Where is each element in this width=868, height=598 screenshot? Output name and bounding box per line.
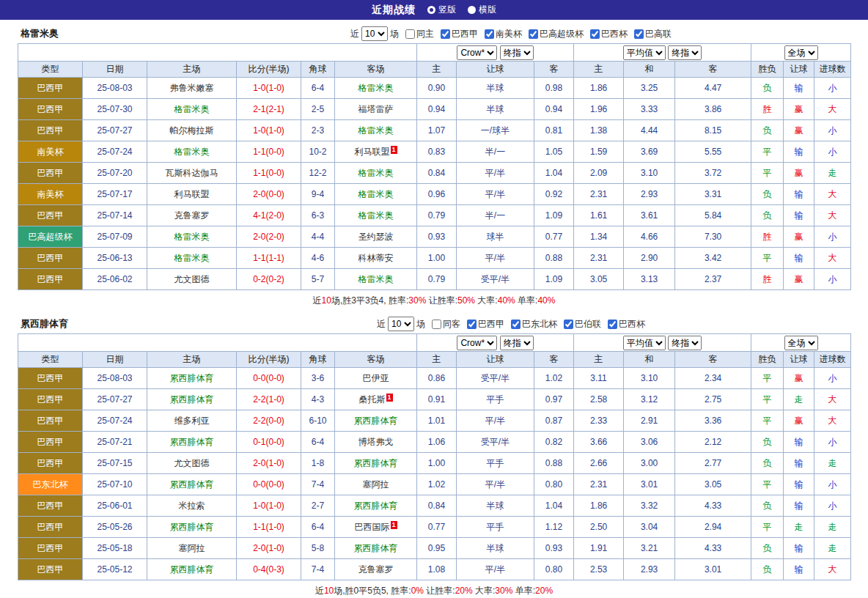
league-checkbox-input[interactable] (564, 320, 573, 329)
home-team[interactable]: 累西腓体育 (170, 564, 214, 575)
league-checkbox-input[interactable] (511, 320, 521, 329)
asia-home-odds: 1.08 (417, 559, 457, 580)
view-option-vertical[interactable]: 竖版 (427, 4, 456, 16)
home-team[interactable]: 塞阿拉 (179, 543, 205, 553)
asia-away-odds: 0.81 (534, 120, 574, 141)
europe-stage-select[interactable]: 终指 (668, 45, 702, 60)
europe-stage-select[interactable]: 终指 (668, 336, 702, 350)
asia-stage-select[interactable]: 终指 (500, 336, 534, 350)
scope-select[interactable]: 全场 (784, 336, 818, 350)
match-row: 巴高超级杯25-07-09格雷米奥2-0(2-0)4-4圣约瑟波0.93球半0.… (18, 226, 851, 248)
bookmaker-select[interactable]: Crow* (457, 336, 497, 350)
league-checkbox-input[interactable] (608, 320, 617, 329)
europe-home-odds: 1.34 (574, 226, 624, 248)
away-team[interactable]: 格雷米奥 (358, 168, 394, 178)
away-team[interactable]: 累西腓体育 (354, 458, 398, 468)
league-type-cell: 巴西甲 (18, 205, 83, 226)
score-cell: 1-0(1-0) (237, 78, 301, 99)
recent-count-select[interactable]: 10 (388, 317, 414, 331)
league-checkbox-input[interactable] (590, 29, 600, 39)
result-wdl: 平 (751, 368, 784, 389)
same-venue-checkbox-input[interactable] (432, 320, 441, 329)
league-checkbox-input[interactable] (485, 29, 494, 39)
home-team[interactable]: 尤文图德 (174, 274, 210, 284)
league-type-cell: 巴西甲 (18, 78, 83, 99)
away-team[interactable]: 格雷米奥 (358, 83, 394, 93)
same-venue-checkbox-input[interactable] (405, 29, 415, 39)
asia-stage-select[interactable]: 终指 (500, 45, 534, 60)
corner-cell: 3-6 (301, 368, 335, 389)
league-checkbox[interactable]: 巴西杯 (608, 318, 645, 331)
league-checkbox[interactable]: 巴高超级杯 (529, 28, 584, 40)
home-team[interactable]: 米拉索 (179, 501, 205, 511)
home-team[interactable]: 格雷米奥 (174, 104, 210, 114)
controls-row: Crow* 终指 平均值 终指 全场 (18, 44, 851, 62)
away-team[interactable]: 克鲁塞罗 (358, 564, 394, 575)
league-checkbox-input[interactable] (441, 29, 450, 39)
home-team[interactable]: 克鲁塞罗 (174, 210, 210, 221)
league-checkbox[interactable]: 巴东北杯 (511, 318, 557, 331)
league-type-cell: 巴西甲 (18, 99, 83, 120)
result-handicap: 赢 (784, 163, 814, 184)
europe-home-odds: 1.59 (574, 141, 624, 163)
home-team[interactable]: 累西腓体育 (170, 394, 214, 405)
recent-count-select[interactable]: 10 (361, 26, 388, 41)
away-team[interactable]: 圣约瑟波 (358, 232, 394, 242)
home-team[interactable]: 格雷米奥 (174, 253, 210, 263)
away-team[interactable]: 塞阿拉 (363, 479, 389, 490)
league-checkbox[interactable]: 巴高联 (634, 28, 672, 40)
radio-unselected-icon[interactable] (468, 6, 476, 14)
league-checkbox[interactable]: 巴西甲 (441, 28, 478, 40)
league-checkbox-input[interactable] (467, 320, 477, 329)
home-team[interactable]: 累西腓体育 (170, 522, 214, 532)
europe-source-select[interactable]: 平均值 (623, 336, 666, 350)
away-team[interactable]: 格雷米奥 (358, 125, 394, 136)
home-team[interactable]: 瓦斯科达伽马 (166, 168, 218, 178)
controls-row: Crow* 终指 平均值 终指 全场 (18, 334, 851, 352)
result-handicap: 输 (784, 559, 814, 580)
radio-selected-icon[interactable] (427, 6, 435, 14)
view-option-horizontal[interactable]: 横版 (468, 4, 496, 16)
away-team[interactable]: 科林蒂安 (358, 253, 394, 263)
home-team[interactable]: 利马联盟 (174, 189, 210, 199)
away-team[interactable]: 累西腓体育 (354, 543, 398, 553)
away-team[interactable]: 累西腓体育 (354, 416, 398, 426)
score-cell: 1-1(1-1) (237, 248, 301, 269)
away-team[interactable]: 巴伊亚 (363, 373, 389, 383)
home-team[interactable]: 累西腓体育 (170, 437, 214, 447)
league-checkbox-input[interactable] (529, 29, 538, 39)
away-team[interactable]: 格雷米奥 (358, 189, 394, 199)
home-team[interactable]: 尤文图德 (174, 458, 210, 468)
league-checkbox[interactable]: 巴西杯 (590, 28, 628, 40)
home-team[interactable]: 帕尔梅拉斯 (170, 125, 214, 136)
league-checkbox[interactable]: 巴伯联 (564, 318, 601, 331)
away-team[interactable]: 格雷米奥 (358, 210, 394, 221)
away-team[interactable]: 格雷米奥 (358, 274, 394, 284)
league-checkbox[interactable]: 巴西甲 (467, 318, 504, 331)
away-team[interactable]: 博塔弗戈 (358, 437, 394, 447)
league-checkbox-input[interactable] (634, 29, 644, 39)
away-team[interactable]: 巴西国际 (355, 522, 390, 532)
europe-home-odds: 1.91 (574, 538, 624, 559)
date-cell: 25-07-27 (83, 389, 147, 410)
home-team[interactable]: 维多利亚 (174, 416, 210, 426)
away-team[interactable]: 福塔雷萨 (358, 104, 394, 114)
same-venue-checkbox[interactable]: 同客 (432, 318, 460, 331)
scope-select[interactable]: 全场 (784, 45, 818, 60)
away-team[interactable]: 累西腓体育 (354, 501, 398, 511)
bookmaker-select[interactable]: Crow* (457, 45, 497, 60)
same-venue-checkbox[interactable]: 同主 (405, 28, 434, 40)
league-checkbox-label: 巴西杯 (619, 318, 645, 331)
home-team[interactable]: 格雷米奥 (174, 147, 210, 157)
away-team[interactable]: 利马联盟 (355, 147, 390, 157)
home-team[interactable]: 格雷米奥 (174, 232, 210, 242)
league-type-cell: 巴西甲 (18, 163, 83, 184)
home-team[interactable]: 弗鲁米嫩塞 (170, 83, 214, 93)
league-checkbox[interactable]: 南美杯 (485, 28, 522, 40)
home-team[interactable]: 累西腓体育 (170, 373, 214, 383)
home-team[interactable]: 累西腓体育 (170, 479, 214, 490)
away-team[interactable]: 桑托斯 (359, 394, 386, 405)
europe-source-select[interactable]: 平均值 (623, 45, 666, 60)
europe-draw-odds: 3.12 (624, 389, 675, 410)
col-header-away: 客场 (335, 62, 417, 78)
